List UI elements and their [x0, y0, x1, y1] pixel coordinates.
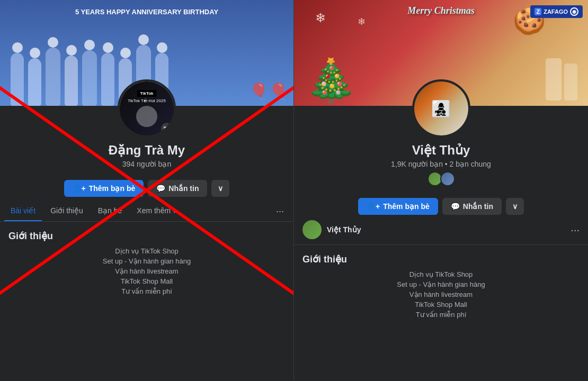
add-friend-icon-left: 👤+ [73, 184, 86, 193]
friends-count-right: 1,9K người bạn • 2 bạn chung [391, 160, 491, 168]
avatar-right: 👩‍👧‍👦 [412, 79, 470, 138]
right-panel: Merry Christmas 🎄 ❄ ❄ 🍪 Z ZAFAGO ◉ [294, 0, 588, 381]
avatar-left: TikTok TikTok Tết Hút 2025 📷 [118, 79, 176, 138]
tab-intro-left[interactable]: Giới thiệu [44, 201, 90, 221]
profile-area-left: TikTok TikTok Tết Hút 2025 📷 Đặng Trà My… [0, 79, 293, 174]
intro-section-right: Giới thiệu Dịch vụ TikTok Shop Set up - … [294, 245, 588, 327]
tab-friends-left[interactable]: Bạn bè [92, 201, 129, 221]
messenger-icon-left: 💬 [156, 184, 165, 193]
intro-item-2: Vận hành livestream [115, 267, 178, 275]
post-more-dots[interactable]: ··· [571, 224, 580, 236]
snowflake-1-icon: ❄ [315, 11, 326, 25]
right-intro-item-0: Dịch vụ TikTok Shop [409, 270, 473, 278]
tiktok-label: TikTok [137, 90, 156, 97]
zafago-z-icon: Z [534, 8, 541, 15]
tiktok-event: TikTok Tết Hút 2025 [125, 98, 168, 103]
right-intro-item-4: Tư vấn miễn phí [416, 311, 467, 319]
right-intro-item-2: Vận hành livestream [409, 291, 473, 298]
action-buttons-right: 👤+ Thêm bạn bè 💬 Nhắn tin ∨ [294, 198, 588, 215]
intro-item-0: Dịch vụ TikTok Shop [115, 247, 179, 255]
more-button-right[interactable]: ∨ [506, 198, 524, 215]
profile-area-right: 👩‍👧‍👦 Việt Thủy 1,9K người bạn • 2 bạn c… [294, 79, 588, 192]
mutual-friends-row [427, 171, 455, 186]
add-friend-icon-right: 👤+ [367, 202, 380, 211]
intro-title-right: Giới thiệu [302, 253, 580, 265]
post-avatar-right [302, 220, 322, 239]
intro-title-left: Giới thiệu [8, 230, 285, 242]
tab-more-left[interactable]: Xem thêm ▾ [130, 201, 183, 221]
intro-section-left: Giới thiệu Dịch vụ TikTok Shop Set up - … [0, 222, 293, 304]
post-header-right: Việt Thủy ··· [294, 215, 588, 245]
add-friend-button-left[interactable]: 👤+ Thêm bạn bè [64, 180, 144, 197]
intro-items-left: Dịch vụ TikTok Shop Set up - Vận hành gi… [8, 247, 285, 295]
message-button-left[interactable]: 💬 Nhắn tin [148, 180, 207, 197]
snowflake-2-icon: ❄ [358, 16, 366, 28]
intro-item-3: TikTok Shop Mall [121, 277, 173, 285]
message-button-right[interactable]: 💬 Nhắn tin [442, 198, 502, 215]
chevron-down-icon: ▾ [173, 206, 176, 215]
nav-tabs-left: Bài viết Giới thiệu Bạn bè Xem thêm ▾ ··… [0, 201, 293, 222]
tab-posts-left[interactable]: Bài viết [4, 201, 42, 221]
right-intro-item-1: Set up - Vận hành gian hàng [397, 280, 485, 288]
mutual-avatar-2 [440, 171, 455, 186]
right-intro-item-3: TikTok Shop Mall [415, 301, 467, 309]
intro-item-1: Set up - Vận hành gian hàng [103, 257, 191, 265]
profile-name-left: Đặng Trà My [109, 143, 185, 158]
more-button-left[interactable]: ∨ [211, 180, 229, 197]
intro-items-right: Dịch vụ TikTok Shop Set up - Vận hành gi… [302, 270, 580, 319]
friends-count-left: 394 người bạn [122, 160, 171, 168]
intro-item-4: Tư vấn miễn phí [121, 287, 172, 295]
action-buttons-left: 👤+ Thêm bạn bè 💬 Nhắn tin ∨ [0, 180, 293, 197]
left-panel: 5 YEARS HAPPY ANNIVERSARY BIRTHDAY 🎈🎈 [0, 0, 294, 381]
cover-text: 5 YEARS HAPPY ANNIVERSARY BIRTHDAY [75, 8, 218, 16]
merry-christmas-text: Merry Christmas [407, 5, 475, 16]
zafago-globe-icon: ◉ [570, 7, 578, 16]
post-poster-name: Việt Thủy [327, 225, 565, 234]
messenger-icon-right: 💬 [451, 202, 460, 211]
profile-name-right: Việt Thủy [412, 143, 470, 158]
more-dots-left[interactable]: ··· [271, 203, 289, 219]
zafago-logo: Z ZAFAGO ◉ [530, 5, 583, 18]
camera-icon[interactable]: 📷 [161, 123, 173, 134]
add-friend-button-right[interactable]: 👤+ Thêm bạn bè [358, 198, 438, 215]
